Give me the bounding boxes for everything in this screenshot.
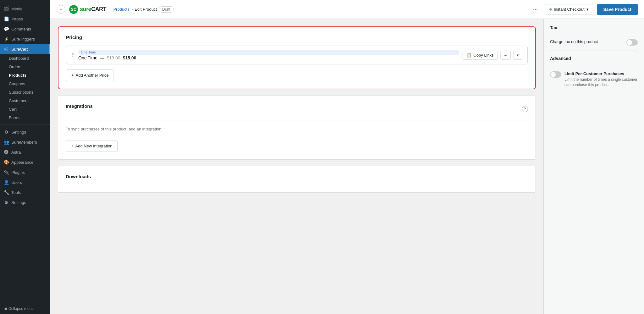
collapse-label: Collapse menu — [8, 306, 34, 311]
price-actions: 📋 Copy Links ··· ▾ — [463, 51, 522, 60]
appearance-icon: 🎨 — [4, 160, 9, 165]
logo-icon: SC — [69, 5, 78, 14]
draft-badge: Draft — [159, 6, 174, 13]
sidebar-item-settings2[interactable]: ⚙ Settings — [0, 197, 50, 207]
sidebar-item-suremembers[interactable]: 👥 SureMembers — [0, 137, 50, 147]
sidebar-item-label: Pages — [11, 17, 23, 21]
instant-checkout-button[interactable]: Instant Checkout ▾ — [545, 4, 593, 14]
sidebar-item-plugins[interactable]: 🔌 Plugins — [0, 167, 50, 177]
sidebar-item-label: Astra — [11, 150, 21, 155]
one-time-badge: One Time — [78, 50, 459, 55]
users-icon: 👤 — [4, 180, 9, 185]
main-content: Pricing ⠿ One Time One Time — $19.00 $15… — [50, 19, 543, 314]
copy-links-label: Copy Links — [474, 53, 494, 58]
sidebar-item-pages[interactable]: 📄 Pages — [0, 14, 50, 24]
sidebar-item-label: Tools — [11, 190, 21, 195]
advanced-section-title: Advanced — [550, 56, 638, 65]
collapse-icon: ◀ — [4, 306, 7, 311]
current-price: $15.00 — [123, 55, 136, 60]
sidebar-item-label: Comments — [11, 27, 31, 31]
back-arrow-icon: ← — [59, 7, 63, 12]
sidebar-sub-customers[interactable]: Customers — [0, 96, 50, 105]
pricing-card: Pricing ⠿ One Time One Time — $19.00 $15… — [58, 26, 536, 89]
sidebar-item-suretriggers[interactable]: ⚡ SureTriggers — [0, 34, 50, 44]
charge-tax-label: Charge tax on this product — [550, 39, 598, 44]
comments-icon: 💬 — [4, 26, 9, 31]
sidebar-item-astra[interactable]: 🅐 Astra — [0, 147, 50, 157]
sidebar: 🎬 Media 📄 Pages 💬 Comments ⚡ SureTrigger… — [0, 0, 50, 314]
price-expand-button[interactable]: ▾ — [513, 51, 522, 60]
sidebar-item-media[interactable]: 🎬 Media — [0, 4, 50, 14]
copy-icon: 📋 — [467, 53, 472, 58]
sidebar-item-tools[interactable]: 🔧 Tools — [0, 187, 50, 197]
add-new-integration-button[interactable]: + Add New Integration — [66, 140, 118, 152]
sidebar-sub-cart[interactable]: Cart — [0, 105, 50, 113]
chevron-down-icon: ▾ — [586, 7, 589, 12]
limit-purchases-info: Limit Per-Customer Purchases Limit the n… — [564, 71, 638, 88]
tax-section-title: Tax — [550, 25, 638, 34]
suremembers-icon: 👥 — [4, 140, 9, 145]
charge-tax-row: Charge tax on this product — [550, 39, 638, 51]
right-sidebar: Tax Charge tax on this product Advanced … — [543, 19, 644, 314]
sidebar-sub-dashboard[interactable]: Dashboard — [0, 54, 50, 63]
topbar: ← SC sureCART › Products › Edit Product … — [50, 0, 644, 19]
media-icon: 🎬 — [4, 6, 9, 11]
settings-icon: ⚙ — [4, 129, 9, 135]
sidebar-item-appearance[interactable]: 🎨 Appearance — [0, 157, 50, 167]
add-integration-label: Add New Integration — [75, 144, 113, 148]
logo-text: sureCART — [80, 6, 106, 13]
more-options-button[interactable]: ··· — [530, 4, 541, 14]
surecart-icon: 🛒 — [4, 47, 9, 52]
sidebar-item-label: SureMembers — [11, 140, 37, 145]
sidebar-sub-orders[interactable]: Orders — [0, 63, 50, 71]
sidebar-item-label: SureCart — [11, 47, 28, 52]
add-price-icon: + — [71, 73, 74, 78]
tools-icon: 🔧 — [4, 190, 9, 195]
suretriggers-icon: ⚡ — [4, 36, 9, 41]
sidebar-item-surecart[interactable]: 🛒 SureCart — [0, 44, 50, 54]
add-another-price-button[interactable]: + Add Another Price — [66, 69, 114, 81]
instant-checkout-label: Instant Checkout — [554, 7, 585, 12]
integrations-header: Integrations ? — [66, 103, 528, 114]
settings2-icon: ⚙ — [4, 200, 9, 205]
save-product-button[interactable]: Save Product — [597, 4, 638, 15]
sidebar-item-label: Appearance — [11, 160, 33, 165]
downloads-card-title: Downloads — [66, 174, 528, 179]
sidebar-sub-products[interactable]: Products — [0, 71, 50, 80]
limit-purchases-label: Limit Per-Customer Purchases — [564, 71, 638, 76]
charge-tax-toggle[interactable] — [626, 39, 638, 46]
tax-section: Tax Charge tax on this product — [550, 25, 638, 51]
advanced-section: Advanced Limit Per-Customer Purchases Li… — [550, 56, 638, 88]
sidebar-item-label: Media — [11, 7, 22, 11]
sidebar-item-label: Users — [11, 180, 22, 185]
drag-handle-icon[interactable]: ⠿ — [71, 52, 75, 58]
integrations-card-title: Integrations — [66, 103, 93, 109]
help-icon[interactable]: ? — [522, 106, 528, 112]
add-integration-icon: + — [71, 144, 74, 148]
copy-links-button[interactable]: 📋 Copy Links — [463, 51, 498, 60]
price-more-button[interactable]: ··· — [500, 51, 511, 60]
plugins-icon: 🔌 — [4, 170, 9, 175]
sidebar-item-label: Settings — [11, 130, 26, 135]
sidebar-item-settings[interactable]: ⚙ Settings — [0, 127, 50, 137]
collapse-menu-button[interactable]: ◀ Collapse menu — [0, 303, 50, 314]
price-type-label: One Time — [78, 55, 97, 60]
limit-purchases-toggle[interactable] — [550, 71, 561, 78]
integration-hint-text: To sync purchases of this product, add a… — [66, 120, 528, 138]
price-row-item: ⠿ One Time One Time — $19.00 $15.00 📋 — [66, 46, 528, 64]
sidebar-item-label: SureTriggers — [11, 37, 35, 41]
price-values: One Time — $19.00 $15.00 — [78, 55, 459, 60]
sidebar-sub-coupons[interactable]: Coupons — [0, 80, 50, 88]
content-area: Pricing ⠿ One Time One Time — $19.00 $15… — [50, 19, 644, 314]
sidebar-sub-forms[interactable]: Forms — [0, 113, 50, 122]
limit-purchases-desc: Limit the number of times a single custo… — [564, 77, 638, 88]
breadcrumb-products[interactable]: Products — [113, 7, 129, 12]
back-button[interactable]: ← — [57, 5, 65, 14]
sidebar-item-comments[interactable]: 💬 Comments — [0, 24, 50, 34]
price-separator: — — [100, 55, 104, 60]
status-dot-icon — [549, 8, 552, 11]
main-area: ← SC sureCART › Products › Edit Product … — [50, 0, 644, 314]
breadcrumb-sep2: › — [131, 7, 133, 12]
sidebar-item-users[interactable]: 👤 Users — [0, 177, 50, 187]
sidebar-sub-subscriptions[interactable]: Subscriptions — [0, 88, 50, 96]
